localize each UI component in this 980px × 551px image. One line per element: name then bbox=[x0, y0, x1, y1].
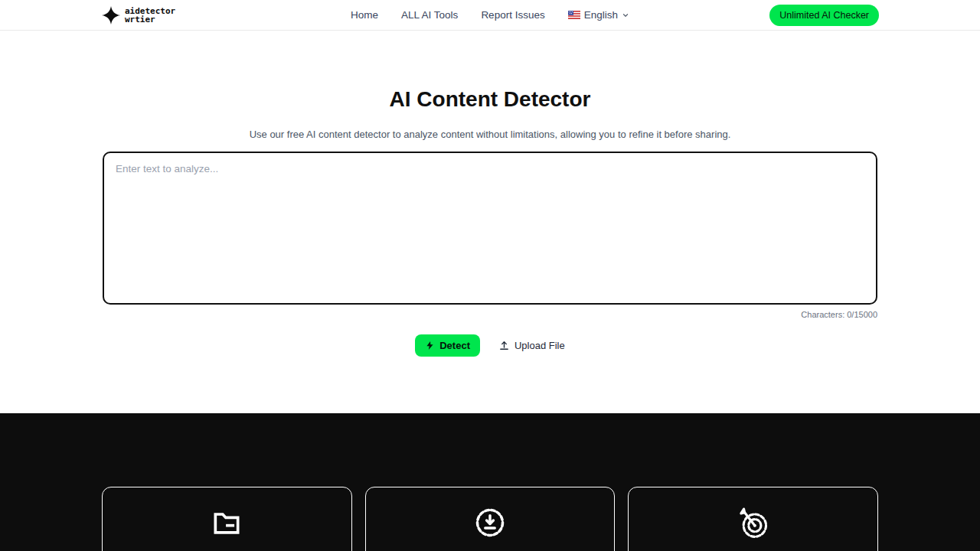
editor-area: Characters: 0/15000 bbox=[103, 152, 877, 319]
character-counter: Characters: 0/15000 bbox=[103, 310, 877, 319]
us-flag-icon bbox=[568, 11, 580, 19]
feature-card-highlighted-sentences: Highlighted sentences bbox=[365, 487, 616, 551]
features-band: Batch file upload Highlighted sentences bbox=[0, 413, 980, 551]
detect-label: Detect bbox=[439, 340, 470, 351]
hero-section: AI Content Detector Use our free AI cont… bbox=[0, 31, 980, 140]
lightning-bolt-icon bbox=[425, 341, 435, 350]
text-to-analyze-input[interactable] bbox=[103, 152, 877, 305]
upload-icon bbox=[498, 340, 510, 351]
detect-button[interactable]: Detect bbox=[415, 334, 480, 357]
logo-line2: wrtier bbox=[125, 15, 155, 24]
feature-card-batch-upload: Batch file upload bbox=[102, 487, 352, 551]
sparkle-logo-icon bbox=[101, 5, 121, 25]
nav-report-issues[interactable]: Report Issues bbox=[481, 9, 544, 21]
main-nav: Home ALL AI Tools Report Issues English bbox=[351, 9, 629, 21]
feature-card-high-precision: High precision model bbox=[628, 487, 878, 551]
folder-icon bbox=[210, 506, 243, 540]
chevron-down-icon bbox=[622, 11, 629, 19]
badge-icon bbox=[473, 506, 507, 540]
nav-home[interactable]: Home bbox=[351, 9, 378, 21]
action-buttons: Detect Upload File bbox=[0, 334, 980, 357]
nav-all-ai-tools[interactable]: ALL AI Tools bbox=[401, 9, 458, 21]
unlimited-ai-checker-button[interactable]: Unlimited AI Checker bbox=[769, 5, 879, 26]
logo[interactable]: aidetector wrtier bbox=[101, 5, 175, 25]
target-dart-icon bbox=[737, 506, 770, 540]
logo-text: aidetector wrtier bbox=[125, 7, 175, 24]
language-selector[interactable]: English bbox=[568, 9, 629, 21]
upload-file-button[interactable]: Upload File bbox=[498, 340, 565, 351]
page-title: AI Content Detector bbox=[0, 87, 980, 112]
upload-file-label: Upload File bbox=[514, 340, 565, 351]
features-row: Batch file upload Highlighted sentences bbox=[102, 413, 878, 551]
page-subtitle: Use our free AI content detector to anal… bbox=[0, 129, 980, 140]
language-label: English bbox=[584, 9, 618, 21]
header: aidetector wrtier Home ALL AI Tools Repo… bbox=[0, 0, 980, 31]
